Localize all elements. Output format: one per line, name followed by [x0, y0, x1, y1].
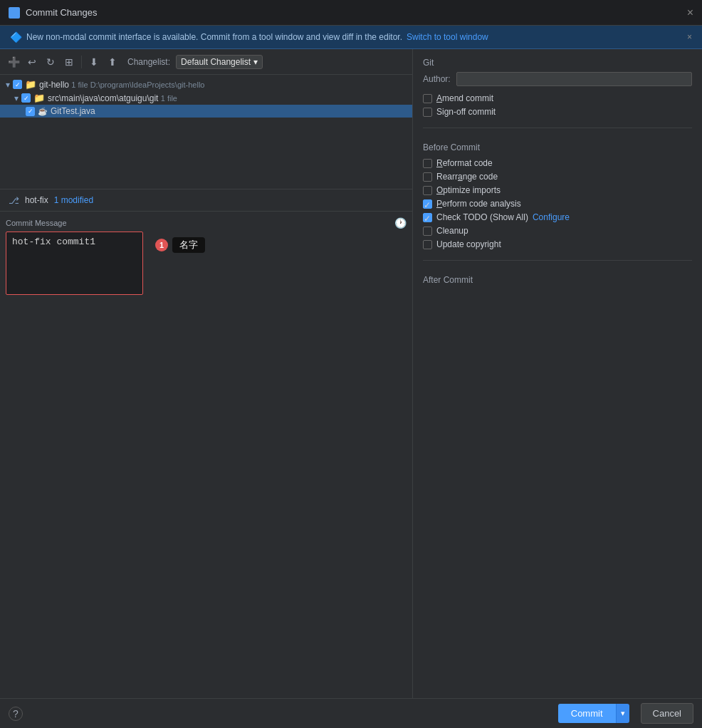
- rearrange-row: Rearrange code: [423, 172, 692, 182]
- changelist-dropdown[interactable]: Default Changelist ▾: [176, 55, 263, 69]
- copyright-label: Update copyright: [436, 239, 501, 249]
- analyze-label: Perform code analysis: [436, 199, 521, 209]
- optimize-row: Optimize imports: [423, 185, 692, 195]
- cleanup-label: Cleanup: [436, 226, 468, 236]
- commit-arrow-button[interactable]: ▾: [616, 704, 629, 723]
- amend-commit-checkbox[interactable]: [423, 94, 432, 103]
- branch-bar: ⎇ hot-fix 1 modified: [0, 189, 412, 212]
- undo-button[interactable]: ↩: [24, 54, 40, 70]
- optimize-checkbox[interactable]: [423, 186, 432, 195]
- tree-row-src[interactable]: ▾ ✓ 📁 src\main\java\com\atguigu\git 1 fi…: [0, 91, 412, 105]
- refresh-button[interactable]: ↻: [43, 54, 58, 70]
- tree-item-gittest: GitTest.java: [51, 106, 95, 116]
- cleanup-checkbox[interactable]: [423, 227, 432, 236]
- app-icon: [9, 7, 20, 19]
- file-icon: ☕: [38, 107, 48, 116]
- bottom-bar: ? Commit ▾ Cancel: [0, 698, 702, 728]
- configure-link[interactable]: Configure: [533, 212, 570, 222]
- optimize-label: Optimize imports: [436, 185, 501, 195]
- group-button[interactable]: ⊞: [61, 54, 77, 70]
- info-icon: 🔷: [10, 31, 22, 43]
- commit-message-section: Commit Message 🕐 hot-fix commit1 1 名字: [0, 212, 412, 724]
- todo-label: Check TODO (Show All): [436, 212, 528, 222]
- checkbox-src[interactable]: ✓: [21, 93, 31, 103]
- switch-tool-window-link[interactable]: Switch to tool window: [407, 32, 488, 42]
- author-input[interactable]: [456, 72, 692, 86]
- toolbar: ➕ ↩ ↻ ⊞ ⬇ ⬆ Changelist: Default Changeli…: [0, 49, 412, 75]
- sign-off-row: Sign-off commit: [423, 107, 692, 117]
- help-button[interactable]: ?: [9, 707, 23, 721]
- right-panel: Git Author: Amend commit Sign-off commit…: [413, 49, 702, 724]
- changelist-value: Default Changelist: [181, 57, 251, 67]
- commit-message-input[interactable]: hot-fix commit1: [6, 232, 143, 295]
- dropdown-arrow-icon: ▾: [253, 57, 258, 67]
- copyright-checkbox[interactable]: [423, 240, 432, 249]
- window-title: Commit Changes: [26, 7, 97, 18]
- checkbox-gittest[interactable]: ✓: [26, 107, 35, 116]
- author-row: Author:: [423, 72, 692, 86]
- branch-name: hot-fix: [25, 195, 48, 205]
- tree-row-git-hello[interactable]: ▾ ✓ 📁 git-hello 1 file D:\program\IdeaPr…: [0, 78, 412, 91]
- separator-2: [423, 260, 692, 261]
- expand-button[interactable]: ⬇: [86, 54, 102, 70]
- branch-status[interactable]: 1 modified: [54, 195, 93, 205]
- changelist-label: Changelist:: [127, 57, 170, 67]
- sign-off-label: Sign-off commit: [436, 107, 496, 117]
- file-tree: ▾ ✓ 📁 git-hello 1 file D:\program\IdeaPr…: [0, 75, 412, 189]
- after-commit-title: After Commit: [423, 275, 692, 285]
- commit-message-label: Commit Message 🕐: [6, 217, 407, 229]
- info-bar: 🔷 New non-modal commit interface is avai…: [0, 26, 702, 49]
- history-icon[interactable]: 🕐: [394, 217, 407, 229]
- info-bar-close-button[interactable]: ×: [687, 32, 692, 42]
- amend-commit-row: Amend commit: [423, 93, 692, 103]
- separator-1: [423, 128, 692, 128]
- todo-row: ✓ Check TODO (Show All) Configure: [423, 212, 692, 222]
- git-section-title: Git: [423, 58, 692, 68]
- title-bar: Commit Changes ×: [0, 0, 702, 26]
- annotation-1-text: 名字: [172, 237, 205, 253]
- folder-icon-src: 📁: [33, 93, 45, 103]
- before-commit-title: Before Commit: [423, 142, 692, 152]
- separator: [81, 56, 82, 68]
- annotation-1-circle: 1: [155, 239, 168, 251]
- reformat-row: Reformat code: [423, 158, 692, 168]
- collapse-button[interactable]: ⬆: [105, 54, 120, 70]
- main-layout: ➕ ↩ ↻ ⊞ ⬇ ⬆ Changelist: Default Changeli…: [0, 49, 702, 724]
- amend-commit-label: Amend commit: [436, 93, 493, 103]
- analyze-checkbox[interactable]: ✓: [423, 199, 432, 209]
- folder-icon: 📁: [25, 79, 36, 90]
- reformat-checkbox[interactable]: [423, 159, 432, 168]
- todo-checkbox[interactable]: ✓: [423, 213, 432, 222]
- cleanup-row: Cleanup: [423, 226, 692, 236]
- commit-button[interactable]: Commit: [558, 704, 616, 723]
- copyright-row: Update copyright: [423, 239, 692, 249]
- analyze-row: ✓ Perform code analysis: [423, 199, 692, 209]
- tree-item-name: git-hello 1 file D:\program\IdeaProjects…: [39, 80, 204, 90]
- cancel-button[interactable]: Cancel: [641, 703, 693, 724]
- rearrange-checkbox[interactable]: [423, 172, 432, 182]
- tree-row-gittest[interactable]: ✓ ☕ GitTest.java: [0, 105, 412, 118]
- sign-off-checkbox[interactable]: [423, 108, 432, 117]
- add-button[interactable]: ➕: [6, 54, 21, 70]
- rearrange-label: Rearrange code: [436, 172, 498, 182]
- tree-item-src: src\main\java\com\atguigu\git 1 file: [48, 93, 177, 103]
- left-panel: ➕ ↩ ↻ ⊞ ⬇ ⬆ Changelist: Default Changeli…: [0, 49, 413, 724]
- reformat-label: Reformat code: [436, 158, 493, 168]
- info-bar-text: New non-modal commit interface is availa…: [26, 32, 402, 42]
- close-button[interactable]: ×: [687, 6, 693, 19]
- checkbox-git-hello[interactable]: ✓: [13, 80, 22, 89]
- commit-button-group: Commit ▾: [558, 704, 629, 723]
- author-label: Author:: [423, 74, 451, 84]
- branch-icon: ⎇: [9, 195, 19, 206]
